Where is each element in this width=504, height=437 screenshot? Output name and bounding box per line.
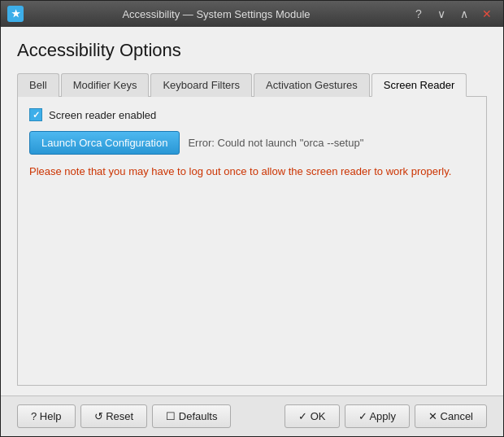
app-icon-label: ★ <box>11 8 20 20</box>
screen-reader-checkbox-row: Screen reader enabled <box>29 108 475 121</box>
maximize-button[interactable]: ∧ <box>454 6 474 22</box>
launch-row: Launch Orca Configuration Error: Could n… <box>29 131 475 155</box>
tab-activation-gestures[interactable]: Activation Gestures <box>254 73 370 97</box>
footer-left-buttons: ? Help ↺ Reset ☐ Defaults <box>17 404 231 428</box>
content-area: Accessibility Options Bell Modifier Keys… <box>1 27 503 395</box>
close-button[interactable]: ✕ <box>477 6 497 22</box>
tab-panel-screen-reader: Screen reader enabled Launch Orca Config… <box>17 97 487 386</box>
tab-bell[interactable]: Bell <box>17 73 59 97</box>
screen-reader-note: Please note that you may have to log out… <box>29 164 475 179</box>
cancel-button[interactable]: ✕ Cancel <box>415 404 487 428</box>
reset-button[interactable]: ↺ Reset <box>80 404 148 428</box>
footer: ? Help ↺ Reset ☐ Defaults ✓ OK ✓ Apply ✕… <box>1 395 503 436</box>
help-button[interactable]: ? <box>409 6 428 22</box>
titlebar: ★ Accessibility — System Settings Module… <box>1 1 503 27</box>
window-title: Accessibility — System Settings Module <box>24 8 409 20</box>
titlebar-controls: ? ∨ ∧ ✕ <box>409 6 497 22</box>
footer-right-buttons: ✓ OK ✓ Apply ✕ Cancel <box>285 404 487 428</box>
ok-button[interactable]: ✓ OK <box>285 404 339 428</box>
screen-reader-checkbox[interactable] <box>29 108 42 121</box>
launch-orca-button[interactable]: Launch Orca Configuration <box>29 131 180 155</box>
tab-keyboard-filters[interactable]: Keyboard Filters <box>150 73 252 97</box>
minimize-button[interactable]: ∨ <box>432 6 451 22</box>
error-message: Error: Could not launch "orca --setup" <box>188 137 363 149</box>
screen-reader-checkbox-label: Screen reader enabled <box>49 109 156 121</box>
defaults-button[interactable]: ☐ Defaults <box>152 404 231 428</box>
tab-modifier-keys[interactable]: Modifier Keys <box>61 73 150 97</box>
help-button[interactable]: ? Help <box>17 404 76 428</box>
page-title: Accessibility Options <box>17 40 487 61</box>
apply-button[interactable]: ✓ Apply <box>345 404 410 428</box>
tabs-bar: Bell Modifier Keys Keyboard Filters Acti… <box>17 72 487 97</box>
main-window: ★ Accessibility — System Settings Module… <box>0 0 504 437</box>
app-icon: ★ <box>7 6 24 22</box>
tab-screen-reader[interactable]: Screen Reader <box>371 73 467 97</box>
